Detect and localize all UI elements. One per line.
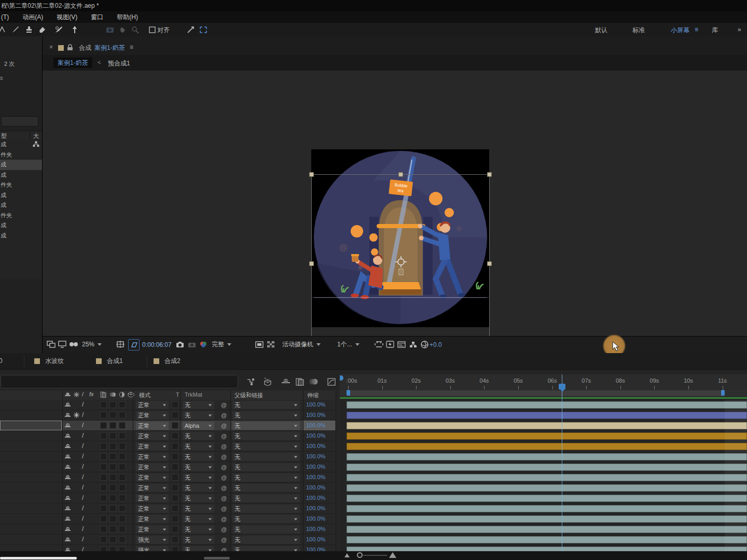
pickwhip-icon[interactable]: @: [220, 546, 228, 551]
frame-blend-icon[interactable]: [294, 376, 306, 387]
layer-row[interactable]: / 正常 无 @ 无 100.0%: [0, 452, 340, 462]
column-type[interactable]: 型: [1, 132, 7, 140]
layer-row[interactable]: / 正常 无 @ 无 100.0%: [0, 431, 340, 441]
resolution-select[interactable]: 完整: [212, 340, 249, 349]
zoom-select[interactable]: 25%: [82, 340, 112, 349]
layer-row[interactable]: / 正常 无 @ 无 100.0%: [0, 400, 340, 410]
switch-box[interactable]: [119, 515, 126, 522]
layer-row[interactable]: / 强光 无 @ 无 100.0%: [0, 545, 340, 551]
close-icon[interactable]: ×: [49, 44, 53, 51]
quality-toggle[interactable]: /: [82, 505, 84, 512]
project-item[interactable]: 成: [0, 220, 42, 231]
shy-icon[interactable]: [64, 443, 71, 450]
shy-icon[interactable]: [64, 453, 71, 460]
layer-row[interactable]: / 正常 无 @ 无 100.0%: [0, 493, 340, 503]
layer-duration-bar[interactable]: [347, 432, 747, 440]
stretch-value[interactable]: 100.0%: [306, 515, 335, 522]
column-t[interactable]: T: [176, 391, 179, 398]
preserve-transparency-switch[interactable]: [172, 464, 178, 470]
mask-visibility-icon[interactable]: [68, 339, 79, 349]
switch-box[interactable]: [119, 422, 126, 429]
tab-comp-name[interactable]: 案例1-奶茶: [94, 44, 125, 52]
pickwhip-icon[interactable]: @: [220, 453, 228, 460]
motion-blur-switch[interactable]: [109, 547, 116, 551]
quality-toggle[interactable]: /: [82, 525, 84, 533]
draft-3d-icon[interactable]: [262, 376, 273, 387]
layer-row[interactable]: / 正常 无 @ 无 100.0%: [0, 483, 340, 493]
blend-mode-select[interactable]: 正常: [136, 401, 169, 409]
pickwhip-icon[interactable]: @: [220, 442, 228, 450]
preserve-transparency-switch[interactable]: [172, 412, 178, 418]
quality-toggle[interactable]: /: [82, 432, 84, 439]
motion-blur-switch[interactable]: [109, 432, 116, 439]
parent-select[interactable]: 无: [232, 515, 300, 523]
motion-blur-switch[interactable]: [109, 443, 116, 450]
anchor-point[interactable]: [394, 255, 408, 276]
blend-mode-select[interactable]: 正常: [136, 442, 169, 451]
pickwhip-icon[interactable]: @: [220, 525, 228, 533]
roi-icon[interactable]: [254, 339, 265, 349]
switch-box[interactable]: [119, 547, 126, 551]
motion-blur-switch[interactable]: [109, 401, 116, 408]
switch-box[interactable]: [119, 484, 126, 491]
workspace-standard[interactable]: 标准: [632, 26, 645, 35]
transparency-grid-icon[interactable]: [266, 339, 276, 349]
project-item[interactable]: 成: [0, 160, 42, 170]
preserve-transparency-switch[interactable]: [172, 401, 178, 408]
adjustment-column-icon[interactable]: [119, 391, 125, 398]
hand-tool-icon[interactable]: [117, 25, 128, 34]
stretch-value[interactable]: 100.0%: [306, 474, 335, 480]
shy-icon[interactable]: [64, 401, 71, 408]
layer-duration-bar[interactable]: [347, 505, 747, 512]
parent-select[interactable]: 无: [232, 463, 300, 471]
parent-select[interactable]: 无: [232, 401, 300, 409]
trkmat-select[interactable]: 无: [183, 536, 214, 544]
pickwhip-icon[interactable]: @: [220, 494, 228, 502]
view-layout-select[interactable]: 1个...: [337, 340, 370, 349]
project-item[interactable]: 成: [0, 200, 42, 211]
switch-box[interactable]: [119, 505, 126, 512]
quality-column-icon[interactable]: /: [82, 391, 84, 397]
graph-editor-icon[interactable]: [326, 376, 337, 387]
switch-box[interactable]: [119, 474, 126, 481]
trkmat-select[interactable]: 无: [183, 442, 214, 451]
motion-blur-switch[interactable]: [109, 505, 116, 512]
switch-box[interactable]: [119, 412, 126, 418]
timeline-tab[interactable]: 合成2: [154, 353, 197, 369]
workspace-default[interactable]: 默认: [595, 26, 607, 35]
quality-toggle[interactable]: /: [82, 422, 84, 429]
parent-select[interactable]: 无: [232, 411, 300, 419]
blend-mode-select[interactable]: 正常: [136, 463, 169, 471]
preserve-transparency-switch[interactable]: [172, 474, 178, 481]
breadcrumb-parent[interactable]: 案例1-奶茶: [53, 58, 92, 68]
preserve-transparency-switch[interactable]: [172, 453, 178, 460]
pen-tool-icon[interactable]: [0, 25, 7, 34]
cube-3d-column-icon[interactable]: [128, 391, 134, 398]
blend-mode-select[interactable]: 强光: [136, 546, 169, 551]
quality-toggle[interactable]: /: [82, 473, 84, 481]
pixel-aspect-icon[interactable]: [374, 339, 384, 349]
collapse-column-icon[interactable]: [73, 391, 80, 398]
work-area-bar[interactable]: [347, 390, 725, 396]
trkmat-select[interactable]: 无: [183, 546, 214, 551]
parent-select[interactable]: 无: [232, 473, 300, 482]
project-item[interactable]: 件夹: [0, 211, 42, 221]
preserve-transparency-switch[interactable]: [172, 547, 178, 551]
horizontal-scrollbar-thumb-2[interactable]: [204, 557, 230, 559]
blend-mode-select[interactable]: 正常: [136, 473, 169, 482]
parent-select[interactable]: 无: [232, 422, 300, 430]
pickwhip-icon[interactable]: @: [220, 536, 228, 543]
toolbar-overflow-chevron[interactable]: »: [738, 26, 741, 33]
shy-icon[interactable]: [64, 422, 71, 429]
pickwhip-icon[interactable]: @: [220, 484, 228, 492]
stretch-value[interactable]: 100.0%: [306, 536, 335, 542]
workspace-menu-icon[interactable]: ≡: [695, 26, 698, 33]
layer-duration-bar[interactable]: [347, 547, 747, 551]
blend-mode-select[interactable]: 正常: [136, 505, 169, 513]
frame-blend-switch[interactable]: [100, 443, 107, 450]
stretch-value[interactable]: 100.0%: [306, 422, 335, 428]
pickwhip-icon[interactable]: @: [220, 463, 228, 471]
switch-box[interactable]: [119, 443, 126, 450]
quality-toggle[interactable]: /: [82, 515, 84, 522]
stretch-value[interactable]: 100.0%: [306, 453, 335, 459]
